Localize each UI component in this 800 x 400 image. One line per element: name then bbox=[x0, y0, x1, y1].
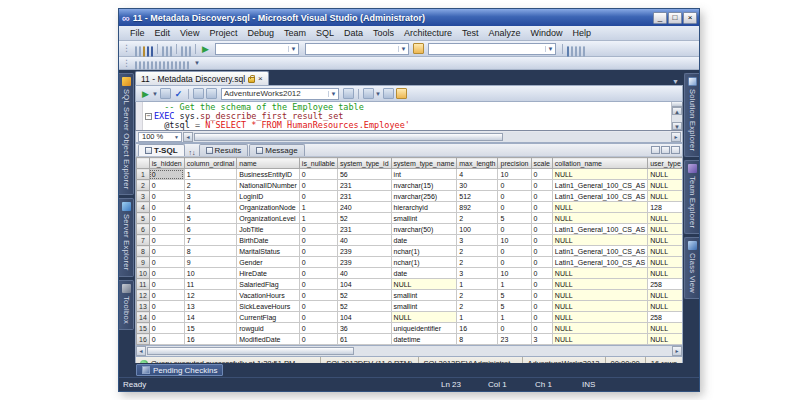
grid-cell[interactable]: NULL bbox=[552, 334, 647, 345]
clear-bookmarks-icon[interactable] bbox=[187, 61, 189, 70]
row-header[interactable]: 5 bbox=[137, 213, 150, 224]
grid-cell[interactable]: 0 bbox=[531, 312, 552, 323]
grid-cell[interactable]: Latin1_General_100_CS_AS bbox=[552, 246, 647, 257]
tab-results[interactable]: Results bbox=[199, 144, 249, 156]
parameter-info-icon[interactable] bbox=[139, 61, 141, 70]
grid-cell[interactable]: 0 bbox=[498, 224, 531, 235]
document-tab-active[interactable]: 11 - Metadata Discovery.sql × bbox=[135, 71, 269, 85]
grid-cell[interactable]: 0 bbox=[299, 246, 337, 257]
grid-cell[interactable]: 0 bbox=[498, 202, 531, 213]
grid-cell[interactable]: 4 bbox=[457, 169, 498, 180]
column-header-is-nullable[interactable]: is_nullable bbox=[299, 158, 337, 169]
grid-cell[interactable]: nvarchar(256) bbox=[391, 191, 457, 202]
grid-cell[interactable]: 104 bbox=[337, 279, 391, 290]
disconnect-icon[interactable] bbox=[206, 88, 217, 99]
grid-cell[interactable]: 0 bbox=[299, 290, 337, 301]
toolbar-grip-icon[interactable]: ⋮ bbox=[122, 59, 131, 68]
column-header-scale[interactable]: scale bbox=[531, 158, 552, 169]
scroll-right-icon[interactable]: ► bbox=[672, 346, 682, 356]
grid-cell[interactable]: 10 bbox=[498, 235, 531, 246]
cancel-query-icon[interactable] bbox=[160, 88, 171, 99]
row-header[interactable]: 14 bbox=[137, 312, 150, 323]
grid-cell[interactable]: 2 bbox=[457, 257, 498, 268]
grid-cell[interactable]: int bbox=[391, 169, 457, 180]
grid-cell[interactable]: 1 bbox=[457, 312, 498, 323]
grid-cell[interactable]: 0 bbox=[149, 202, 184, 213]
grid-cell[interactable]: 0 bbox=[299, 224, 337, 235]
grid-cell[interactable]: NULL bbox=[648, 213, 683, 224]
grid-cell[interactable]: nchar(1) bbox=[391, 246, 457, 257]
menu-tools[interactable]: Tools bbox=[368, 27, 399, 39]
title-bar[interactable]: ∞ 11 - Metadata Discovery.sql - Microsof… bbox=[119, 9, 699, 26]
grid-cell[interactable]: 0 bbox=[531, 268, 552, 279]
grid-cell[interactable]: smallint bbox=[391, 290, 457, 301]
row-header[interactable]: 8 bbox=[137, 246, 150, 257]
grid-cell[interactable]: 2 bbox=[184, 180, 236, 191]
grid-cell[interactable]: NULL bbox=[648, 191, 683, 202]
pane-dock-icon[interactable] bbox=[651, 146, 660, 154]
grid-cell[interactable]: 1 bbox=[498, 279, 531, 290]
object-browser-icon[interactable] bbox=[575, 46, 577, 57]
grid-cell[interactable]: 0 bbox=[498, 191, 531, 202]
grid-cell[interactable]: 239 bbox=[337, 246, 391, 257]
sql-editor[interactable]: -- Get the schema of the Employee table−… bbox=[135, 102, 683, 131]
configuration-combo[interactable]: ▼ bbox=[215, 43, 299, 55]
grid-cell[interactable]: 2 bbox=[457, 213, 498, 224]
grid-cell[interactable]: 0 bbox=[149, 301, 184, 312]
pane-close-icon[interactable] bbox=[671, 146, 680, 154]
grid-cell[interactable]: 231 bbox=[337, 191, 391, 202]
grid-cell[interactable]: NULL bbox=[648, 180, 683, 191]
grid-cell[interactable]: 14 bbox=[184, 312, 236, 323]
word-completion-icon[interactable] bbox=[147, 61, 149, 70]
side-tab-class-view[interactable]: Class View bbox=[684, 237, 699, 299]
results-options-icon[interactable] bbox=[396, 88, 407, 99]
grid-cell[interactable]: 56 bbox=[337, 169, 391, 180]
grid-cell[interactable]: 0 bbox=[498, 180, 531, 191]
column-header-user-type-id[interactable]: user_type_id bbox=[648, 158, 683, 169]
grid-cell[interactable]: BirthDate bbox=[237, 235, 300, 246]
grid-cell[interactable]: 52 bbox=[337, 290, 391, 301]
grid-cell[interactable]: smallint bbox=[391, 213, 457, 224]
grid-cell[interactable]: 0 bbox=[149, 312, 184, 323]
grid-cell[interactable]: NULL bbox=[648, 257, 683, 268]
decrease-indent-icon[interactable] bbox=[151, 61, 153, 70]
grid-cell[interactable]: 0 bbox=[149, 235, 184, 246]
grid-cell[interactable]: 5 bbox=[184, 213, 236, 224]
grid-cell[interactable]: 10 bbox=[498, 169, 531, 180]
grid-cell[interactable]: HireDate bbox=[237, 268, 300, 279]
grid-cell[interactable]: VacationHours bbox=[237, 290, 300, 301]
grid-cell[interactable]: OrganizationLevel bbox=[237, 213, 300, 224]
grid-cell[interactable]: 0 bbox=[149, 279, 184, 290]
grid-cell[interactable]: 0 bbox=[531, 191, 552, 202]
grid-cell[interactable]: NULL bbox=[391, 312, 457, 323]
start-debug-icon[interactable]: ▶ bbox=[200, 43, 211, 54]
grid-cell[interactable]: 11 bbox=[184, 279, 236, 290]
scroll-thumb[interactable] bbox=[147, 347, 354, 355]
connect-icon[interactable] bbox=[193, 88, 204, 99]
grid-cell[interactable]: 40 bbox=[337, 235, 391, 246]
grid-cell[interactable]: 0 bbox=[531, 279, 552, 290]
row-header[interactable]: 10 bbox=[137, 268, 150, 279]
grid-cell[interactable]: 100 bbox=[457, 224, 498, 235]
grid-cell[interactable]: 2 bbox=[457, 246, 498, 257]
grid-cell[interactable]: nvarchar(15) bbox=[391, 180, 457, 191]
menu-window[interactable]: Window bbox=[526, 27, 568, 39]
previous-bookmark-folder-icon[interactable] bbox=[179, 61, 181, 70]
grid-cell[interactable]: 0 bbox=[531, 224, 552, 235]
grid-cell[interactable]: NULL bbox=[648, 169, 683, 180]
grid-cell[interactable]: 0 bbox=[299, 257, 337, 268]
grid-cell[interactable]: date bbox=[391, 235, 457, 246]
grid-cell[interactable]: 104 bbox=[337, 312, 391, 323]
grid-cell[interactable]: Latin1_General_100_CS_AS bbox=[552, 224, 647, 235]
tab-tsql[interactable]: T-SQL bbox=[138, 144, 185, 156]
sort-icon[interactable]: ↑↓ bbox=[186, 149, 199, 156]
grid-cell[interactable]: 0 bbox=[531, 290, 552, 301]
scroll-left-icon[interactable]: ◄ bbox=[136, 346, 146, 356]
column-header-system-type-id[interactable]: system_type_id bbox=[337, 158, 391, 169]
grid-cell[interactable]: 231 bbox=[337, 224, 391, 235]
grid-cell[interactable]: 1 bbox=[299, 202, 337, 213]
column-header-name[interactable]: name bbox=[237, 158, 300, 169]
grid-cell[interactable]: 0 bbox=[299, 312, 337, 323]
side-tab-team-explorer[interactable]: Team Explorer bbox=[684, 160, 699, 234]
grid-cell[interactable]: Latin1_General_100_CS_AS bbox=[552, 180, 647, 191]
